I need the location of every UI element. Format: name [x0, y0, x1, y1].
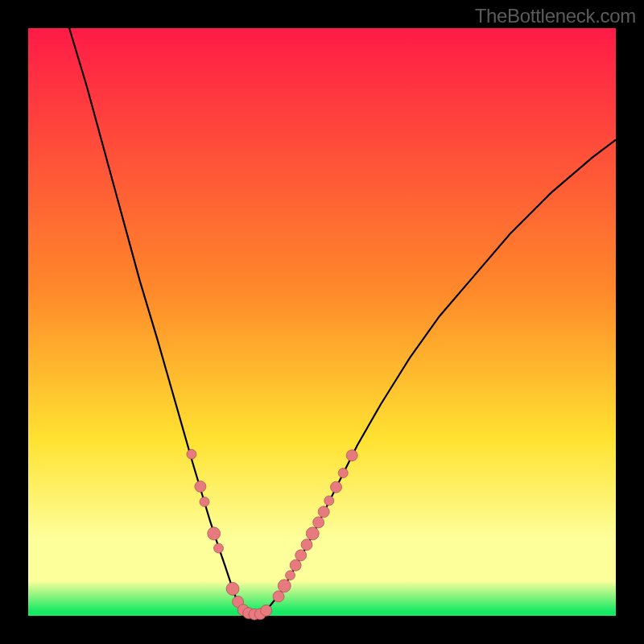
data-marker — [331, 481, 342, 493]
data-marker — [226, 582, 239, 595]
data-marker — [318, 506, 329, 518]
data-marker — [338, 469, 348, 478]
data-marker — [200, 497, 209, 506]
data-marker — [324, 496, 334, 506]
data-marker — [261, 605, 272, 616]
data-marker — [195, 481, 206, 492]
data-marker — [208, 527, 221, 540]
data-marker — [286, 571, 295, 580]
watermark-text: TheBottleneck.com — [475, 5, 636, 27]
chart-svg — [28, 28, 616, 616]
data-marker — [273, 591, 284, 602]
data-marker — [187, 449, 196, 459]
data-markers — [187, 449, 357, 620]
data-marker — [306, 527, 319, 540]
data-marker — [346, 450, 357, 461]
data-marker — [290, 559, 301, 571]
bottleneck-curve — [69, 28, 616, 614]
data-marker — [301, 539, 312, 551]
data-marker — [278, 580, 291, 592]
data-marker — [295, 550, 307, 561]
outer-frame: TheBottleneck.com — [0, 0, 644, 644]
data-marker — [313, 517, 324, 528]
curve-path — [69, 28, 616, 614]
data-marker — [214, 543, 224, 553]
